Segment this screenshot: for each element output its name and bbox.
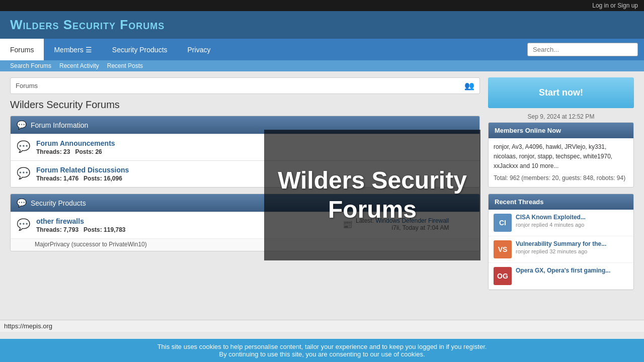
forum-icon: 💬 <box>17 218 30 231</box>
forum-section-info: 💬 Forum Information 💬 Forum Announcement… <box>10 116 480 188</box>
nav-members[interactable]: Members ☰ <box>44 39 102 60</box>
breadcrumb-icon: 👥 <box>464 81 474 90</box>
search-input[interactable] <box>527 43 638 56</box>
rss-icon: 📰 <box>343 220 353 229</box>
forum-latest-text: Latest: Windows Defender Firewall i7ii, … <box>356 217 449 231</box>
section-icon: 💬 <box>17 120 27 130</box>
forum-icon: 💬 <box>17 167 30 180</box>
content: Forums 👥 Wilders Security Forums 💬 Forum… <box>10 77 480 257</box>
site-title: Wilders Security Forums <box>10 17 165 32</box>
cookie-line2: By continuing to use this site, you are … <box>10 350 634 358</box>
forum-latest: 📰 Latest: Windows Defender Firewall i7ii… <box>343 217 473 231</box>
members-total: Total: 962 (members: 20, guests: 848, ro… <box>494 173 628 183</box>
forum-icon: 💬 <box>17 140 30 153</box>
section-icon: 💬 <box>17 198 27 208</box>
date-info: Sep 9, 2024 at 12:52 PM <box>488 111 634 122</box>
forum-name[interactable]: Forum Announcements <box>36 139 473 147</box>
forum-info: Forum Related Discussions Threads: 1,476… <box>36 166 473 182</box>
recent-posts-link[interactable]: Recent Posts <box>107 62 143 69</box>
thread-meta: ronjor replied 4 minutes ago <box>516 222 628 228</box>
sidebar: Start now! Sep 9, 2024 at 12:52 PM Membe… <box>488 77 634 296</box>
members-online-header: Members Online Now <box>489 123 633 138</box>
header: Wilders Security Forums <box>0 11 644 39</box>
list-item: CI CISA Known Exploited... ronjor replie… <box>489 210 633 236</box>
recent-threads-card: Recent Threads CI CISA Known Exploited..… <box>488 194 634 290</box>
recent-threads-header: Recent Threads <box>489 194 633 210</box>
search-forums-link[interactable]: Search Forums <box>10 62 51 69</box>
breadcrumb-label[interactable]: Forums <box>16 82 38 89</box>
forum-section-security: 💬 Security Products 💬 other firewalls Th… <box>10 194 480 251</box>
thread-title[interactable]: CISA Known Exploited... <box>516 214 628 221</box>
sub-nav: Search Forums Recent Activity Recent Pos… <box>0 60 644 71</box>
latest-thread-link[interactable]: Windows Defender Firewall <box>375 217 449 224</box>
cookie-notice: This site uses cookies to help personali… <box>0 339 644 362</box>
section-header-info: 💬 Forum Information <box>11 116 479 134</box>
thread-info: Opera GX, Opera's first gaming... <box>516 267 628 275</box>
members-online-card: Members Online Now ronjor, Av3, A4096, h… <box>488 122 634 188</box>
breadcrumb: Forums 👥 <box>10 77 480 94</box>
search-container <box>521 39 644 60</box>
avatar: VS <box>494 240 512 258</box>
thread-title[interactable]: Vulnerability Summary for the... <box>516 240 628 247</box>
page-title: Wilders Security Forums <box>10 99 480 111</box>
members-dropdown-icon: ☰ <box>86 46 92 54</box>
forum-info: other firewalls Threads: 7,793 Posts: 11… <box>36 217 337 233</box>
forum-stats: Threads: 7,793 Posts: 119,783 <box>36 226 337 233</box>
table-row: 💬 Forum Announcements Threads: 23 Posts:… <box>11 134 479 160</box>
start-now-button[interactable]: Start now! <box>488 77 634 108</box>
thread-title[interactable]: Opera GX, Opera's first gaming... <box>516 267 628 274</box>
avatar: OG <box>494 267 512 285</box>
nav-privacy[interactable]: Privacy <box>178 39 221 60</box>
thread-info: Vulnerability Summary for the... ronjor … <box>516 240 628 254</box>
forum-stats: Threads: 23 Posts: 26 <box>36 148 473 155</box>
forum-stats: Threads: 1,476 Posts: 16,096 <box>36 175 473 182</box>
nav: Forums Members ☰ Security Products Priva… <box>0 39 644 60</box>
list-item: VS Vulnerability Summary for the... ronj… <box>489 236 633 263</box>
cookie-line1: This site uses cookies to help personali… <box>10 343 634 350</box>
recent-activity-link[interactable]: Recent Activity <box>59 62 99 69</box>
section-header-security: 💬 Security Products <box>11 194 479 212</box>
table-row: 💬 other firewalls Threads: 7,793 Posts: … <box>11 212 479 238</box>
forum-name[interactable]: other firewalls <box>36 217 337 225</box>
status-bar: https://mepis.org <box>0 320 644 332</box>
forum-sub-item[interactable]: MajorPrivacy (successor to PrivateWin10) <box>11 238 479 251</box>
forum-name[interactable]: Forum Related Discussions <box>36 166 473 174</box>
nav-forums[interactable]: Forums <box>0 39 44 60</box>
table-row: 💬 Forum Related Discussions Threads: 1,4… <box>11 160 479 187</box>
list-item: OG Opera GX, Opera's first gaming... <box>489 263 633 290</box>
top-bar: Log in or Sign up <box>0 0 644 11</box>
main: Forums 👥 Wilders Security Forums 💬 Forum… <box>0 71 644 302</box>
auth-link[interactable]: Log in or Sign up <box>592 2 638 9</box>
members-online-content: ronjor, Av3, A4096, hawkl, JRVlejo, ky33… <box>489 138 633 187</box>
forum-info: Forum Announcements Threads: 23 Posts: 2… <box>36 139 473 155</box>
thread-info: CISA Known Exploited... ronjor replied 4… <box>516 214 628 228</box>
thread-meta: ronjor replied 32 minutes ago <box>516 248 628 254</box>
avatar: CI <box>494 214 512 232</box>
nav-security-products[interactable]: Security Products <box>102 39 178 60</box>
